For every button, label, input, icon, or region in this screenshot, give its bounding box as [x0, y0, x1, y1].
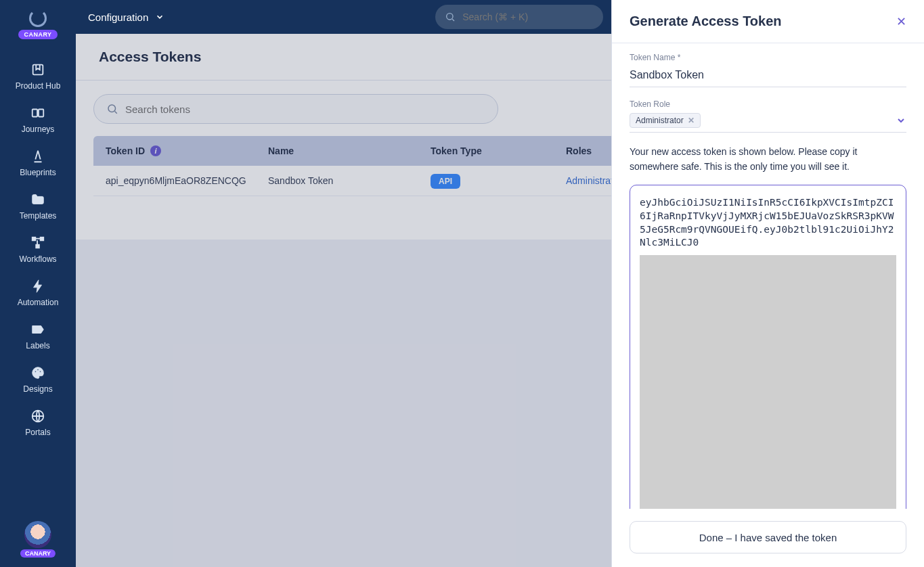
globe-icon — [30, 409, 45, 424]
breadcrumb[interactable]: Configuration — [88, 12, 164, 23]
cell-id: api_eqpyn6MljmEaOR8ZENCQG — [106, 175, 268, 186]
search-icon — [106, 103, 118, 115]
cell-name: Sandbox Token — [268, 175, 431, 186]
remove-role-icon[interactable]: ✕ — [688, 116, 695, 125]
svg-point-8 — [40, 371, 41, 372]
logo-swirl-icon — [29, 9, 47, 27]
search-icon — [445, 12, 456, 22]
token-role-select[interactable]: Administrator ✕ — [630, 113, 906, 133]
sidebar-item-designs[interactable]: Designs — [0, 357, 76, 401]
generate-token-panel: Generate Access Token ✕ Token Name * Tok… — [611, 0, 924, 567]
panel-body: Token Name * Token Role Administrator ✕ … — [612, 43, 924, 509]
sidebar-item-label: Templates — [20, 211, 57, 221]
token-role-label: Token Role — [630, 99, 906, 109]
svg-rect-4 — [41, 237, 44, 241]
sidebar-item-label: Portals — [25, 428, 50, 437]
token-name-input[interactable] — [630, 66, 906, 87]
chevron-down-icon — [155, 12, 164, 22]
sidebar-item-label: Labels — [26, 341, 49, 350]
global-search[interactable] — [435, 5, 603, 29]
svg-rect-1 — [32, 110, 37, 117]
svg-rect-0 — [33, 65, 43, 75]
token-name-label: Token Name * — [630, 53, 906, 62]
cards-icon — [30, 106, 45, 120]
sidebar: CANARY Product Hub Journeys Blueprints T… — [0, 0, 76, 567]
bookmark-icon — [30, 62, 45, 77]
avatar-badge: CANARY — [20, 549, 56, 558]
svg-point-10 — [447, 14, 453, 20]
sidebar-item-label: Blueprints — [20, 168, 56, 177]
sidebar-item-label: Workflows — [19, 254, 56, 264]
global-search-input[interactable] — [462, 12, 594, 22]
sidebar-item-labels[interactable]: Labels — [0, 314, 76, 357]
done-button[interactable]: Done – I have saved the token — [630, 521, 906, 553]
tag-icon — [30, 322, 45, 337]
close-icon[interactable]: ✕ — [896, 14, 906, 29]
api-chip: API — [431, 174, 460, 189]
panel-header: Generate Access Token ✕ — [612, 0, 924, 43]
sidebar-item-label: Designs — [23, 384, 52, 394]
folder-icon — [30, 192, 45, 207]
avatar-image — [24, 521, 51, 548]
sidebar-item-label: Automation — [18, 298, 59, 307]
sidebar-item-label: Journeys — [22, 124, 55, 134]
panel-title: Generate Access Token — [630, 14, 782, 29]
svg-rect-2 — [39, 110, 43, 117]
info-icon[interactable]: i — [150, 145, 161, 156]
field-token-role: Token Role Administrator ✕ — [630, 99, 906, 133]
done-button-label: Done – I have saved the token — [699, 532, 837, 543]
svg-rect-5 — [36, 245, 39, 248]
svg-point-6 — [35, 371, 36, 372]
token-search-input[interactable] — [125, 104, 485, 115]
user-avatar[interactable]: CANARY — [20, 521, 56, 558]
role-tag-label: Administrator — [636, 116, 684, 125]
col-name: Name — [268, 145, 431, 156]
svg-point-11 — [108, 105, 116, 112]
chevron-down-icon — [896, 115, 906, 126]
logo-badge: CANARY — [18, 30, 57, 39]
sidebar-item-blueprints[interactable]: Blueprints — [0, 141, 76, 184]
col-id-label: Token ID — [106, 145, 145, 156]
col-type: Token Type — [431, 145, 566, 156]
cell-type: API — [431, 175, 566, 186]
svg-point-7 — [37, 369, 39, 370]
token-redacted-area — [640, 255, 896, 509]
sidebar-item-portals[interactable]: Portals — [0, 401, 76, 444]
breadcrumb-label: Configuration — [88, 12, 148, 23]
main: Configuration Access Tokens Token ID i — [76, 0, 924, 567]
sidebar-item-automation[interactable]: Automation — [0, 271, 76, 314]
token-display: eyJhbGciOiJSUzI1NiIsInR5cCI6IkpXVCIsImtp… — [630, 185, 906, 509]
palette-icon — [30, 365, 45, 380]
token-search[interactable] — [93, 94, 498, 124]
svg-rect-3 — [32, 237, 36, 241]
col-id: Token ID i — [106, 145, 268, 156]
nodes-icon — [30, 235, 45, 250]
compass-icon — [30, 149, 45, 164]
token-value[interactable]: eyJhbGciOiJSUzI1NiIsInR5cCI6IkpXVCIsImtp… — [640, 196, 896, 249]
sidebar-item-label: Product Hub — [16, 81, 61, 91]
token-help-text: Your new access token is shown below. Pl… — [630, 145, 906, 174]
field-token-name: Token Name * — [630, 53, 906, 87]
sidebar-item-templates[interactable]: Templates — [0, 184, 76, 227]
bolt-icon — [30, 279, 45, 294]
sidebar-item-journeys[interactable]: Journeys — [0, 97, 76, 141]
role-tag: Administrator ✕ — [630, 113, 701, 128]
sidebar-item-product-hub[interactable]: Product Hub — [0, 54, 76, 97]
sidebar-item-workflows[interactable]: Workflows — [0, 227, 76, 271]
logo: CANARY — [18, 9, 57, 39]
